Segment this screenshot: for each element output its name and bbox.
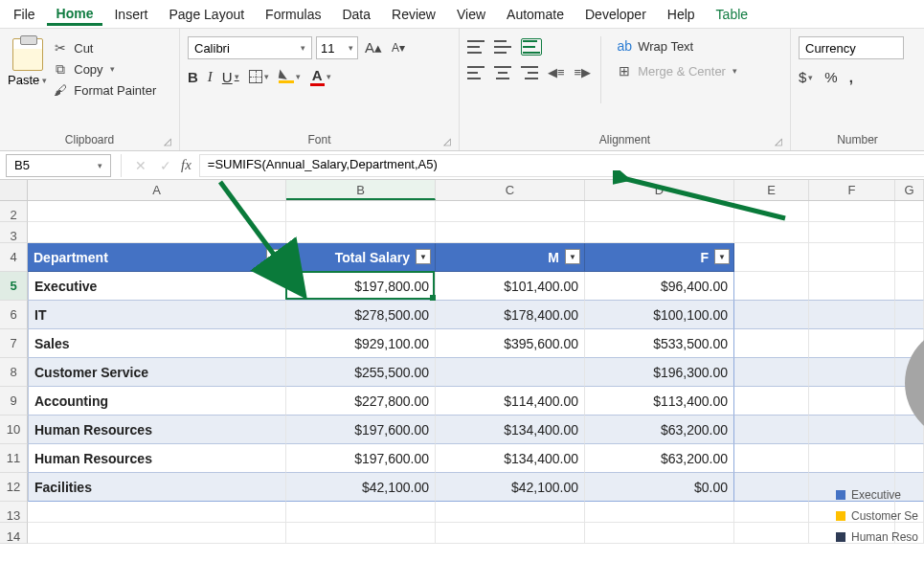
bold-button[interactable]: B [188,69,198,85]
table-cell-dept[interactable]: Facilities [28,473,286,502]
filter-icon[interactable]: ▼ [714,249,730,264]
cell-E5[interactable] [734,272,809,301]
cells-area[interactable]: Department▼Total Salary▼M▼F▼Executive$19… [28,201,924,544]
table-cell-total[interactable]: $278,500.00 [286,301,436,329]
fill-color-button[interactable]: ▾ [279,70,301,83]
italic-button[interactable]: I [208,69,213,85]
cell-G3[interactable] [895,222,924,243]
col-header-F[interactable]: F [809,180,895,200]
font-launcher-icon[interactable]: ◿ [443,136,451,146]
table-cell-m[interactable]: $395,600.00 [436,329,585,358]
table-cell-dept[interactable]: Sales [28,329,286,358]
merge-center-button[interactable]: ⊞Merge & Center▾ [617,63,737,79]
increase-font-icon[interactable]: A▴ [362,39,385,56]
worksheet-grid[interactable]: ABCDEFG 234567891011121314 Department▼To… [0,180,924,544]
table-cell-total[interactable]: $197,800.00 [286,272,436,301]
menu-page-layout[interactable]: Page Layout [159,3,254,26]
cell-E12[interactable] [734,473,809,502]
cell-B3[interactable] [286,222,436,243]
table-cell-f[interactable]: $113,400.00 [585,387,734,416]
col-header-A[interactable]: A [28,180,286,200]
row-header-11[interactable]: 11 [0,444,28,473]
col-header-G[interactable]: G [895,180,924,200]
table-cell-m[interactable]: $101,400.00 [436,272,585,301]
table-cell-m[interactable]: $114,400.00 [436,387,585,416]
row-header-13[interactable]: 13 [0,502,28,523]
cell-G11[interactable] [895,444,924,473]
table-cell-total[interactable]: $197,600.00 [286,416,436,444]
table-cell-f[interactable]: $533,500.00 [585,329,734,358]
percent-format-button[interactable]: % [824,69,837,85]
filter-icon[interactable]: ▼ [416,249,431,264]
menu-view[interactable]: View [447,3,495,26]
cell-E13[interactable] [734,502,809,523]
cell-F6[interactable] [809,301,895,329]
table-header-total-salary[interactable]: Total Salary▼ [286,243,436,272]
formula-input[interactable]: =SUMIFS(Annual_Salary,Department,A5) [199,154,924,177]
increase-indent-icon[interactable]: ≡▶ [575,65,592,79]
table-cell-f[interactable]: $196,300.00 [585,358,734,387]
menu-help[interactable]: Help [658,3,705,26]
align-top-icon[interactable] [467,40,485,54]
table-header-m[interactable]: M▼ [436,243,585,272]
cell-F11[interactable] [809,444,895,473]
decrease-font-icon[interactable]: A▾ [389,41,408,55]
cell-E10[interactable] [734,416,809,444]
menu-developer[interactable]: Developer [575,3,656,26]
cell-F8[interactable] [809,358,895,387]
accounting-format-button[interactable]: $▾ [799,69,813,85]
table-cell-total[interactable]: $255,500.00 [286,358,436,387]
cell-F9[interactable] [809,387,895,416]
cell-B13[interactable] [286,502,436,523]
table-cell-dept[interactable]: Executive [28,272,286,301]
cell-G4[interactable] [895,243,924,272]
accept-formula-icon[interactable]: ✓ [160,158,171,173]
table-cell-dept[interactable]: Human Resources [28,444,286,473]
cell-F4[interactable] [809,243,895,272]
cell-D14[interactable] [585,523,734,544]
row-header-6[interactable]: 6 [0,301,28,329]
cell-D3[interactable] [585,222,734,243]
table-header-department[interactable]: Department▼ [28,243,286,272]
row-header-5[interactable]: 5 [0,272,28,301]
menu-file[interactable]: File [4,3,45,26]
row-header-9[interactable]: 9 [0,387,28,416]
cancel-formula-icon[interactable]: ✕ [135,158,146,173]
cell-F2[interactable] [809,201,895,222]
menu-home[interactable]: Home [47,2,103,26]
number-format-combo[interactable]: Currency [799,36,904,59]
fx-icon[interactable]: fx [181,157,199,173]
menu-insert[interactable]: Insert [104,3,157,26]
table-cell-total[interactable]: $42,100.00 [286,473,436,502]
table-cell-m[interactable]: $42,100.00 [436,473,585,502]
alignment-launcher-icon[interactable]: ◿ [775,136,782,146]
cell-E7[interactable] [734,329,809,358]
align-center-icon[interactable] [494,66,511,79]
cell-A3[interactable] [28,222,286,243]
menu-review[interactable]: Review [382,3,445,26]
row-header-4[interactable]: 4 [0,243,28,272]
menu-automate[interactable]: Automate [497,3,574,26]
row-header-8[interactable]: 8 [0,358,28,387]
wrap-text-button[interactable]: abWrap Text [617,38,737,54]
cell-E4[interactable] [734,243,809,272]
row-header-2[interactable]: 2 [0,201,28,222]
cell-G2[interactable] [895,201,924,222]
col-header-E[interactable]: E [734,180,809,200]
format-painter-button[interactable]: 🖌Format Painter [53,82,156,98]
filter-icon[interactable]: ▼ [266,249,282,264]
table-cell-f[interactable]: $63,200.00 [585,444,734,473]
cut-button[interactable]: ✂Cut [53,40,156,56]
cell-A2[interactable] [28,201,286,222]
clipboard-launcher-icon[interactable]: ◿ [164,136,171,146]
cell-F7[interactable] [809,329,895,358]
cell-A14[interactable] [28,523,286,544]
table-cell-total[interactable]: $929,100.00 [286,329,436,358]
cell-F10[interactable] [809,416,895,444]
table-cell-total[interactable]: $227,800.00 [286,387,436,416]
table-cell-f[interactable]: $0.00 [585,473,734,502]
row-header-14[interactable]: 14 [0,523,28,544]
cell-D13[interactable] [585,502,734,523]
cell-C13[interactable] [436,502,585,523]
table-cell-f[interactable]: $100,100.00 [585,301,734,329]
